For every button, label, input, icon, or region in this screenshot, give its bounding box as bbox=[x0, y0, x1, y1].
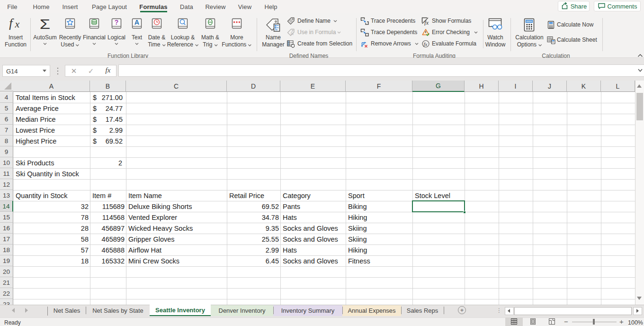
svg-text:?: ? bbox=[115, 18, 119, 26]
svg-text:fx: fx bbox=[424, 41, 428, 47]
svg-text:fx: fx bbox=[424, 19, 429, 26]
svg-text:f: f bbox=[9, 18, 14, 30]
svg-text:x: x bbox=[15, 18, 20, 30]
svg-text:A: A bbox=[134, 18, 140, 26]
svg-text:fx: fx bbox=[291, 31, 295, 36]
svg-text:Σ: Σ bbox=[40, 18, 50, 30]
